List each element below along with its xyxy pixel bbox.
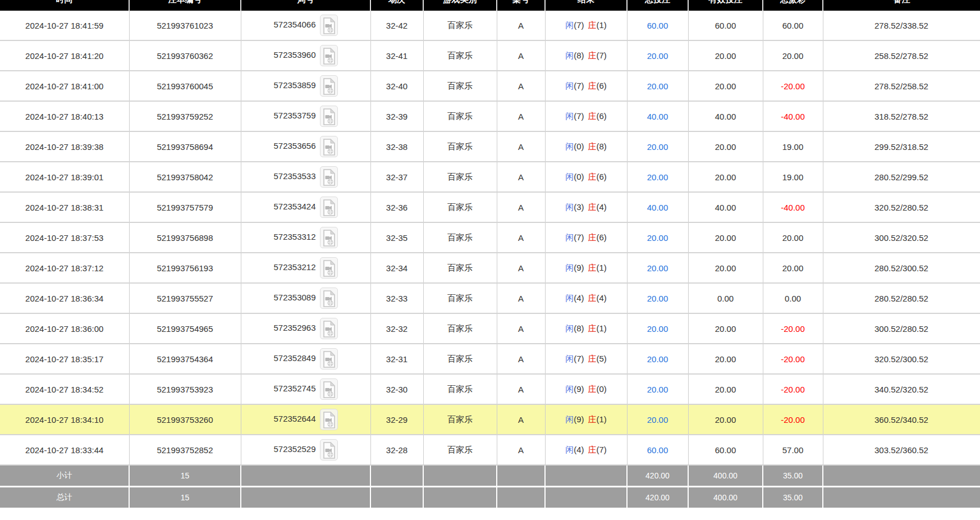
video-file-icon (323, 78, 335, 95)
video-replay-button[interactable] (320, 227, 338, 248)
round-number-value: 572353859 (273, 80, 315, 90)
remark-value: 258.52/278.52 (874, 51, 928, 61)
bet-number-value: 521993756193 (157, 263, 213, 273)
table-row[interactable]: 2024-10-27 18:40:13 521993759252 5723537… (0, 101, 980, 131)
total-bet-link[interactable]: 20.00 (647, 385, 668, 394)
summary-total-bet: 420.00 (645, 493, 670, 502)
valid-bet-value: 0.00 (717, 294, 734, 303)
video-replay-button[interactable] (320, 257, 338, 279)
bet-number-cell: 521993761023 (129, 11, 241, 40)
time-value: 2024-10-27 18:41:20 (25, 51, 103, 61)
video-replay-button[interactable] (320, 409, 338, 430)
table-row[interactable]: 2024-10-27 18:37:12 521993756193 5723532… (0, 253, 980, 283)
total-bet-link[interactable]: 60.00 (647, 445, 668, 455)
time-value: 2024-10-27 18:34:10 (25, 415, 103, 425)
table-row[interactable]: 2024-10-27 18:33:44 521993752852 5723525… (0, 435, 980, 465)
banker-label: 庄 (588, 232, 597, 242)
video-replay-button[interactable] (320, 318, 338, 339)
total-bet-link[interactable]: 20.00 (647, 294, 668, 303)
total-bet-link[interactable]: 40.00 (647, 112, 668, 121)
game-type-cell: 百家乐 (423, 40, 497, 71)
header-row: 时间 注单编号 局号 场次 游戏类别 桌号 结果 总投注 有效投注 总派彩 备注 (0, 0, 980, 11)
remark-cell: 280.52/300.52 (823, 253, 980, 283)
remark-cell: 278.52/338.52 (823, 11, 980, 40)
video-replay-button[interactable] (320, 288, 338, 309)
session-value: 32-41 (386, 51, 407, 61)
summary-valid-bet-cell: 400.00 (688, 465, 763, 487)
game-type-cell: 百家乐 (423, 404, 497, 435)
column-header: 备注 (823, 0, 980, 11)
total-bet-cell: 40.00 (627, 192, 688, 222)
table-letter-value: A (518, 81, 524, 91)
total-bet-link[interactable]: 20.00 (647, 354, 668, 364)
payout-cell: 20.00 (763, 253, 823, 283)
total-bet-link[interactable]: 20.00 (647, 142, 668, 152)
game-type-cell: 百家乐 (423, 71, 497, 101)
table-row[interactable]: 2024-10-27 18:36:00 521993754965 5723529… (0, 313, 980, 344)
bet-number-cell: 521993759252 (129, 101, 241, 131)
valid-bet-cell: 20.00 (688, 162, 763, 192)
banker-score: (1) (597, 414, 607, 424)
table-row[interactable]: 2024-10-27 18:37:53 521993756898 5723533… (0, 222, 980, 253)
time-cell: 2024-10-27 18:40:13 (0, 101, 129, 131)
round-number-value: 572353089 (273, 293, 315, 302)
table-row[interactable]: 2024-10-27 18:36:34 521993755527 5723530… (0, 283, 980, 313)
game-type-value: 百家乐 (447, 414, 473, 424)
total-bet-link[interactable]: 60.00 (647, 21, 668, 30)
valid-bet-value: 40.00 (715, 203, 736, 212)
time-cell: 2024-10-27 18:33:44 (0, 435, 129, 465)
table-row[interactable]: 2024-10-27 18:41:59 521993761023 5723540… (0, 11, 980, 40)
table-letter-value: A (518, 415, 524, 425)
total-bet-link[interactable]: 20.00 (647, 233, 668, 243)
video-replay-button[interactable] (320, 348, 338, 370)
total-bet-link[interactable]: 40.00 (647, 203, 668, 212)
payout-value: -20.00 (781, 415, 805, 425)
video-replay-button[interactable] (320, 166, 338, 188)
summary-payout: 35.00 (783, 493, 803, 502)
banker-score: (5) (597, 354, 607, 363)
bet-number-cell: 521993752852 (129, 435, 241, 465)
table-row[interactable]: 2024-10-27 18:38:31 521993757579 5723534… (0, 192, 980, 222)
table-row[interactable]: 2024-10-27 18:34:10 521993753260 5723526… (0, 404, 980, 435)
video-replay-button[interactable] (320, 106, 338, 127)
column-header: 总派彩 (763, 0, 823, 11)
video-replay-button[interactable] (320, 15, 338, 36)
table-header: 时间 注单编号 局号 场次 游戏类别 桌号 结果 总投注 有效投注 总派彩 备注 (0, 0, 980, 11)
total-bet-link[interactable]: 20.00 (647, 51, 668, 61)
video-replay-button[interactable] (320, 439, 338, 460)
video-replay-button[interactable] (320, 136, 338, 157)
bet-number-value: 521993758042 (157, 172, 213, 182)
table-row[interactable]: 2024-10-27 18:34:52 521993753923 5723527… (0, 374, 980, 404)
table-row[interactable]: 2024-10-27 18:39:01 521993758042 5723535… (0, 162, 980, 192)
video-replay-button[interactable] (320, 45, 338, 66)
round-number-cell: 572352745 (241, 374, 370, 404)
total-bet-link[interactable]: 20.00 (647, 324, 668, 334)
payout-value: 0.00 (785, 294, 801, 303)
table-row[interactable]: 2024-10-27 18:41:00 521993760045 5723538… (0, 71, 980, 101)
video-replay-button[interactable] (320, 378, 338, 400)
player-score: (7) (574, 81, 584, 90)
table-letter-value: A (518, 112, 524, 121)
valid-bet-value: 20.00 (715, 385, 736, 394)
summary-valid-bet: 400.00 (713, 471, 738, 480)
time-cell: 2024-10-27 18:37:53 (0, 222, 129, 253)
table-row[interactable]: 2024-10-27 18:41:20 521993760362 5723539… (0, 40, 980, 71)
round-number-cell: 572353859 (241, 71, 370, 101)
result-cell: 闲(9)庄(1) (545, 253, 627, 283)
total-bet-link[interactable]: 20.00 (647, 263, 668, 273)
game-type-value: 百家乐 (447, 142, 473, 151)
total-bet-link[interactable]: 20.00 (647, 81, 668, 91)
time-cell: 2024-10-27 18:36:34 (0, 283, 129, 313)
column-header: 时间 (0, 0, 129, 11)
session-value: 32-28 (386, 445, 407, 455)
total-bet-link[interactable]: 20.00 (647, 415, 668, 425)
banker-score: (6) (597, 111, 607, 121)
video-replay-button[interactable] (320, 75, 338, 97)
table-row[interactable]: 2024-10-27 18:35:17 521993754364 5723528… (0, 344, 980, 374)
total-bet-link[interactable]: 20.00 (647, 172, 668, 182)
video-replay-button[interactable] (320, 197, 338, 218)
time-cell: 2024-10-27 18:34:10 (0, 404, 129, 435)
table-row[interactable]: 2024-10-27 18:39:38 521993758694 5723536… (0, 131, 980, 162)
bet-number-value: 521993759252 (157, 112, 213, 121)
remark-value: 278.52/258.52 (874, 81, 928, 91)
